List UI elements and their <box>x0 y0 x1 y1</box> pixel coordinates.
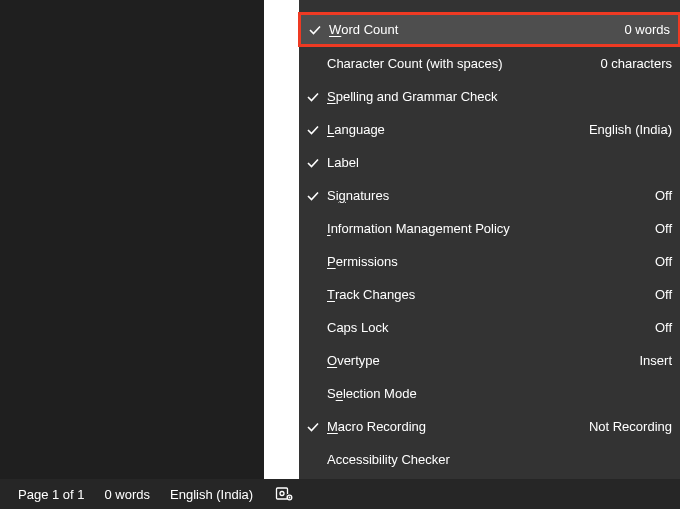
check-icon <box>306 420 320 434</box>
menu-item-label: Selection Mode <box>327 386 672 401</box>
checkmark-slot <box>299 156 327 170</box>
status-language[interactable]: English (India) <box>160 479 263 509</box>
status-bar: Page 1 of 1 0 words English (India) <box>0 479 680 509</box>
menu-item-value: English (India) <box>589 122 672 137</box>
menu-item-label: Caps Lock <box>327 320 655 335</box>
menu-item[interactable]: Information Management PolicyOff <box>299 212 680 245</box>
menu-item-label: Spelling and Grammar Check <box>327 89 672 104</box>
menu-item-value: Off <box>655 221 672 236</box>
menu-item-label: Permissions <box>327 254 655 269</box>
menu-item-value: Off <box>655 254 672 269</box>
menu-item-label: Word Count <box>329 22 624 37</box>
menu-item[interactable]: SignaturesOff <box>299 179 680 212</box>
menu-item-label: Language <box>327 122 589 137</box>
checkmark-slot <box>299 420 327 434</box>
svg-point-1 <box>280 492 284 496</box>
menu-item-value: Insert <box>639 353 672 368</box>
menu-item[interactable]: Word Count0 words <box>301 15 678 44</box>
document-dark-area <box>0 0 264 479</box>
status-bar-customize-menu: Word Count0 wordsCharacter Count (with s… <box>299 0 680 509</box>
menu-item-highlighted: Word Count0 words <box>298 12 680 47</box>
macro-record-icon <box>273 483 295 505</box>
menu-item-value: Not Recording <box>589 419 672 434</box>
menu-item[interactable]: LanguageEnglish (India) <box>299 113 680 146</box>
menu-item[interactable]: OvertypeInsert <box>299 344 680 377</box>
menu-item-value: Off <box>655 188 672 203</box>
menu-item-label: Macro Recording <box>327 419 589 434</box>
check-icon <box>306 189 320 203</box>
checkmark-slot <box>299 189 327 203</box>
menu-item[interactable]: Accessibility Checker <box>299 443 680 476</box>
menu-item[interactable]: PermissionsOff <box>299 245 680 278</box>
menu-item-label: Information Management Policy <box>327 221 655 236</box>
menu-item[interactable]: Caps LockOff <box>299 311 680 344</box>
check-icon <box>308 23 322 37</box>
checkmark-slot <box>299 123 327 137</box>
menu-item-value: Off <box>655 287 672 302</box>
menu-item-value: 0 words <box>624 22 670 37</box>
status-word-count[interactable]: 0 words <box>95 479 161 509</box>
status-page[interactable]: Page 1 of 1 <box>8 479 95 509</box>
checkmark-slot <box>301 23 329 37</box>
menu-item-value: 0 characters <box>600 56 672 71</box>
menu-item[interactable]: Label <box>299 146 680 179</box>
menu-item[interactable]: Spelling and Grammar Check <box>299 80 680 113</box>
menu-item-label: Character Count (with spaces) <box>327 56 600 71</box>
check-icon <box>306 90 320 104</box>
menu-item[interactable]: Track ChangesOff <box>299 278 680 311</box>
menu-item-label: Track Changes <box>327 287 655 302</box>
menu-item-label: Accessibility Checker <box>327 452 672 467</box>
svg-point-4 <box>289 497 291 499</box>
svg-rect-0 <box>277 488 288 499</box>
status-macro-icon[interactable] <box>263 479 305 509</box>
menu-item[interactable]: Character Count (with spaces)0 character… <box>299 47 680 80</box>
menu-item-label: Label <box>327 155 672 170</box>
menu-item-value: Off <box>655 320 672 335</box>
menu-item-partial-top[interactable] <box>299 0 680 12</box>
check-icon <box>306 156 320 170</box>
menu-item-label: Signatures <box>327 188 655 203</box>
check-icon <box>306 123 320 137</box>
app-root: Word Count0 wordsCharacter Count (with s… <box>0 0 680 509</box>
menu-item[interactable]: Macro RecordingNot Recording <box>299 410 680 443</box>
menu-item[interactable]: Selection Mode <box>299 377 680 410</box>
checkmark-slot <box>299 90 327 104</box>
menu-item-label: Overtype <box>327 353 639 368</box>
